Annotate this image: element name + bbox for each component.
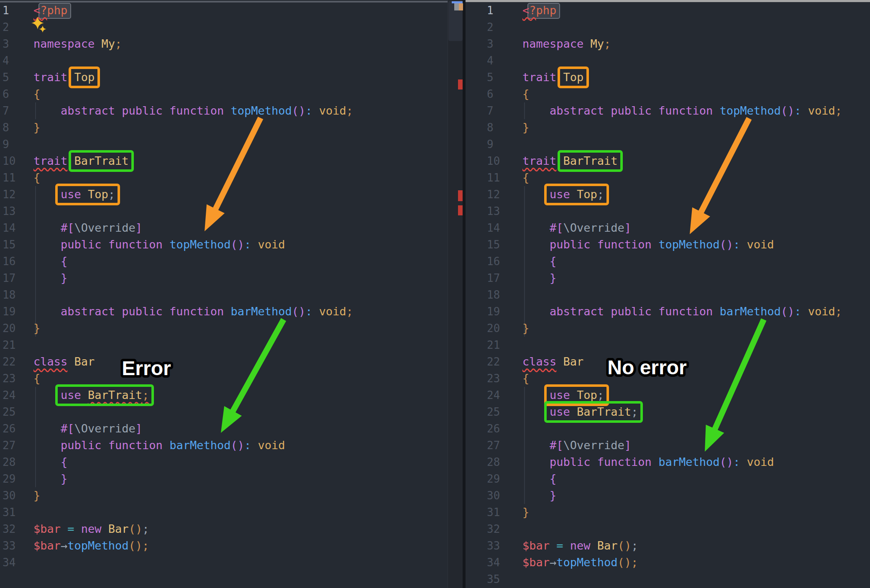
- line-number[interactable]: 3: [3, 36, 9, 52]
- line-number[interactable]: 16: [3, 253, 15, 270]
- line-number[interactable]: 23: [3, 370, 15, 387]
- code-line[interactable]: }: [33, 270, 67, 286]
- line-number[interactable]: 26: [3, 420, 15, 437]
- code-line[interactable]: $bar→topMethod();: [522, 554, 638, 571]
- line-number[interactable]: 21: [3, 337, 15, 353]
- line-number[interactable]: 17: [3, 270, 15, 286]
- ai-sparkle-icon[interactable]: [30, 17, 49, 34]
- line-number[interactable]: 25: [487, 404, 500, 420]
- line-number[interactable]: 4: [487, 52, 494, 69]
- line-number[interactable]: 24: [487, 387, 500, 404]
- line-number[interactable]: 29: [3, 470, 15, 487]
- code-line[interactable]: <?php: [33, 2, 67, 19]
- code-line[interactable]: }: [33, 119, 40, 136]
- line-number[interactable]: 20: [3, 320, 15, 337]
- line-number[interactable]: 32: [487, 521, 500, 537]
- line-number[interactable]: 31: [487, 504, 500, 521]
- line-number[interactable]: 18: [487, 286, 500, 303]
- line-number[interactable]: 27: [3, 437, 15, 454]
- code-line[interactable]: {: [33, 454, 67, 470]
- code-line[interactable]: class Bar: [522, 353, 583, 370]
- line-number[interactable]: 35: [487, 571, 500, 588]
- line-number[interactable]: 23: [487, 370, 500, 387]
- line-number[interactable]: 17: [487, 270, 500, 286]
- code-line[interactable]: #[\Override]: [33, 420, 142, 437]
- pane-divider[interactable]: [463, 0, 466, 588]
- code-line[interactable]: #[\Override]: [522, 220, 631, 236]
- line-number[interactable]: 11: [3, 169, 15, 186]
- line-number[interactable]: 18: [3, 286, 15, 303]
- code-line[interactable]: }: [522, 270, 556, 286]
- line-number[interactable]: 15: [3, 236, 15, 253]
- line-number[interactable]: 34: [487, 554, 500, 571]
- line-number[interactable]: 15: [487, 236, 500, 253]
- line-number[interactable]: 27: [487, 437, 500, 454]
- line-number[interactable]: 25: [3, 404, 15, 420]
- line-number[interactable]: 1: [487, 2, 494, 19]
- line-number[interactable]: 1: [3, 2, 9, 19]
- left-editor-pane[interactable]: [0, 0, 448, 588]
- line-number[interactable]: 30: [487, 487, 500, 504]
- line-number[interactable]: 32: [3, 521, 15, 537]
- code-line[interactable]: }: [522, 504, 529, 521]
- code-line[interactable]: public function barMethod(): void: [33, 437, 285, 454]
- line-number[interactable]: 6: [487, 86, 494, 102]
- line-number[interactable]: 13: [487, 203, 500, 220]
- code-line[interactable]: $bar = new Bar();: [522, 537, 638, 554]
- line-number[interactable]: 21: [487, 337, 500, 353]
- code-line[interactable]: }: [33, 487, 40, 504]
- code-line[interactable]: }: [522, 487, 556, 504]
- line-number[interactable]: 34: [3, 554, 15, 571]
- error-stripe-mark[interactable]: [458, 79, 463, 89]
- line-number[interactable]: 22: [487, 353, 500, 370]
- line-number[interactable]: 14: [3, 220, 15, 236]
- line-number[interactable]: 19: [487, 303, 500, 320]
- line-number[interactable]: 13: [3, 203, 15, 220]
- line-number[interactable]: 20: [487, 320, 500, 337]
- line-number[interactable]: 7: [487, 102, 494, 119]
- code-line[interactable]: {: [33, 169, 40, 186]
- code-line[interactable]: {: [522, 470, 556, 487]
- code-line[interactable]: {: [522, 86, 529, 102]
- code-line[interactable]: }: [522, 320, 529, 337]
- code-line[interactable]: {: [522, 370, 529, 387]
- code-line[interactable]: abstract public function barMethod(): vo…: [33, 303, 353, 320]
- line-number[interactable]: 19: [3, 303, 15, 320]
- code-line[interactable]: }: [522, 119, 529, 136]
- line-number[interactable]: 31: [3, 504, 15, 521]
- code-line[interactable]: }: [33, 470, 67, 487]
- code-line[interactable]: }: [33, 320, 40, 337]
- code-line[interactable]: abstract public function barMethod(): vo…: [522, 303, 842, 320]
- code-line[interactable]: class Bar: [33, 353, 95, 370]
- line-number[interactable]: 8: [487, 119, 494, 136]
- code-line[interactable]: {: [33, 253, 67, 270]
- code-line[interactable]: public function barMethod(): void: [522, 454, 774, 470]
- code-line[interactable]: {: [522, 253, 556, 270]
- line-number[interactable]: 2: [3, 19, 9, 36]
- code-line[interactable]: public function topMethod(): void: [33, 236, 285, 253]
- line-number[interactable]: 3: [487, 36, 494, 52]
- line-number[interactable]: 5: [3, 69, 9, 86]
- line-number[interactable]: 9: [3, 136, 9, 153]
- line-number[interactable]: 10: [487, 153, 500, 169]
- code-line[interactable]: #[\Override]: [522, 437, 631, 454]
- line-number[interactable]: 28: [3, 454, 15, 470]
- error-stripe-mark[interactable]: [458, 190, 463, 201]
- code-line[interactable]: $bar→topMethod();: [33, 537, 149, 554]
- line-number[interactable]: 24: [3, 387, 15, 404]
- line-number[interactable]: 8: [3, 119, 9, 136]
- line-number[interactable]: 10: [3, 153, 15, 169]
- line-number[interactable]: 33: [487, 537, 500, 554]
- code-line[interactable]: {: [33, 370, 40, 387]
- line-number[interactable]: 2: [487, 19, 494, 36]
- inspection-widget-tan-icon[interactable]: [459, 3, 463, 10]
- code-line[interactable]: abstract public function topMethod(): vo…: [33, 102, 353, 119]
- line-number[interactable]: 7: [3, 102, 9, 119]
- code-line[interactable]: namespace My;: [33, 36, 122, 52]
- line-number[interactable]: 12: [3, 186, 15, 203]
- line-number[interactable]: 33: [3, 537, 15, 554]
- line-number[interactable]: 16: [487, 253, 500, 270]
- line-number[interactable]: 29: [487, 470, 500, 487]
- line-number[interactable]: 9: [487, 136, 494, 153]
- code-line[interactable]: namespace My;: [522, 36, 611, 52]
